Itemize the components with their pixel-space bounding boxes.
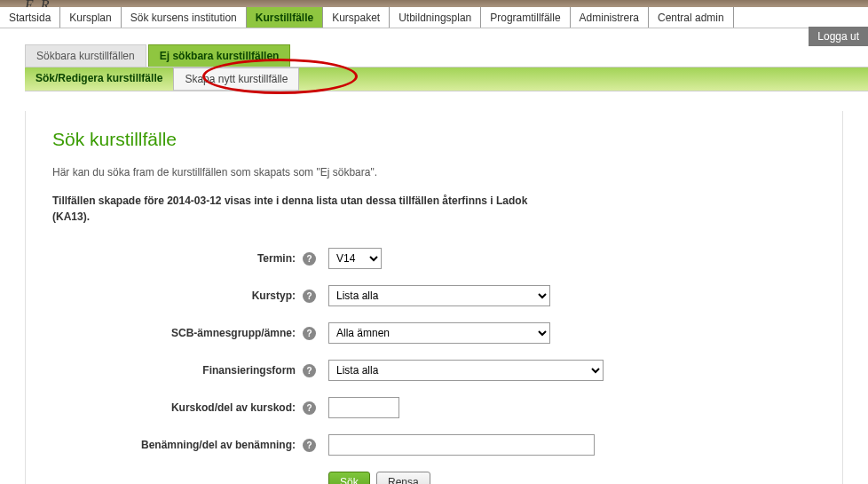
reset-button[interactable]: Rensa: [376, 472, 430, 484]
help-icon[interactable]: ?: [303, 252, 316, 266]
tab-skapa-nytt[interactable]: Skapa nytt kurstillfälle: [173, 67, 299, 91]
select-finans[interactable]: Lista alla: [328, 360, 604, 381]
tab-ej-sokbara[interactable]: Ej sökbara kurstillfällen: [148, 44, 291, 67]
content-panel: Sök kurstillfälle Här kan du söka fram d…: [25, 111, 843, 484]
logout-button[interactable]: Logga ut: [809, 27, 868, 46]
label-benamn: Benämning/del av benämning:: [52, 439, 301, 451]
search-button[interactable]: Sök: [328, 472, 370, 484]
tab-sok-redigera[interactable]: Sök/Redigera kurstillfälle: [25, 67, 173, 91]
sub-tabs-level1: Sökbara kurstillfällen Ej sökbara kursti…: [25, 44, 868, 67]
label-termin: Termin:: [52, 252, 301, 265]
tab-sokbara[interactable]: Sökbara kurstillfällen: [25, 44, 146, 67]
nav-kursplan[interactable]: Kursplan: [60, 7, 121, 28]
nav-kurspaket[interactable]: Kurspaket: [323, 7, 390, 28]
label-scb: SCB-ämnesgrupp/ämne:: [52, 327, 301, 339]
nav-kurstillfalle[interactable]: Kurstillfälle: [247, 7, 323, 28]
note-text: Tillfällen skapade före 2014-03-12 visas…: [52, 193, 549, 225]
label-finans: Finansieringsform: [52, 364, 301, 377]
select-termin[interactable]: V14: [328, 248, 382, 269]
nav-programtillfalle[interactable]: Programtillfälle: [481, 7, 570, 28]
input-benamn[interactable]: [328, 434, 595, 456]
help-icon[interactable]: ?: [303, 439, 316, 452]
nav-administrera[interactable]: Administrera: [571, 7, 649, 28]
nav-central-admin[interactable]: Central admin: [649, 7, 734, 28]
intro-text: Här kan du söka fram de kurstillfällen s…: [52, 166, 816, 179]
nav-startsida[interactable]: Startsida: [0, 7, 60, 28]
select-kurstyp[interactable]: Lista alla: [328, 285, 550, 306]
help-icon[interactable]: ?: [303, 290, 316, 303]
select-scb[interactable]: Alla ämnen: [328, 322, 550, 344]
label-kurskod: Kurskod/del av kurskod:: [52, 401, 301, 414]
input-kurskod[interactable]: [328, 397, 399, 418]
sub-tabs-level2: Sök/Redigera kurstillfälle Skapa nytt ku…: [25, 67, 868, 91]
help-icon[interactable]: ?: [303, 364, 316, 377]
nav-sok-institution[interactable]: Sök kursens institution: [122, 7, 247, 28]
label-kurstyp: Kurstyp:: [52, 290, 301, 302]
top-nav: Startsida Kursplan Sök kursens instituti…: [0, 7, 868, 28]
help-icon[interactable]: ?: [303, 401, 316, 415]
page-title: Sök kurstillfälle: [52, 129, 816, 150]
help-icon[interactable]: ?: [303, 327, 316, 340]
nav-utbildningsplan[interactable]: Utbildningsplan: [390, 7, 481, 28]
